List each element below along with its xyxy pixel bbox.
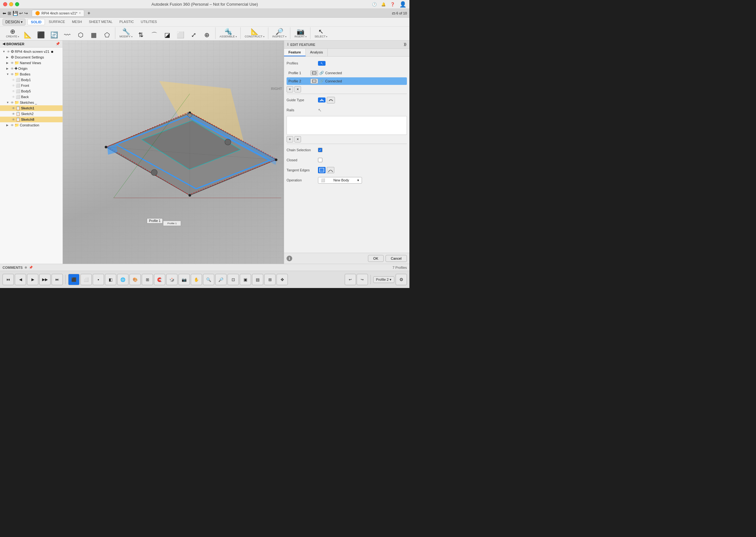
new-tab-button[interactable]: + — [87, 10, 90, 16]
minimize-button[interactable] — [9, 2, 13, 6]
tab-utilities[interactable]: UTILITIES — [138, 19, 160, 25]
tab-sheet-metal[interactable]: SHEET METAL — [86, 19, 116, 25]
guide-type-btn1[interactable] — [318, 98, 325, 103]
scale-button[interactable]: ⤢ — [188, 31, 200, 39]
grid-button[interactable]: ⊞ — [142, 274, 153, 285]
tree-item-named-views[interactable]: ▶ 👁 📁 Named Views — [0, 60, 62, 66]
add-rail-button[interactable]: + — [286, 136, 293, 143]
closed-checkbox[interactable] — [318, 158, 322, 162]
remove-rail-button[interactable]: × — [294, 136, 301, 143]
maximize-button[interactable] — [15, 2, 19, 6]
layout1-button[interactable]: ▣ — [240, 274, 251, 285]
grid-icon[interactable]: ⊞ — [8, 11, 11, 16]
play-button[interactable]: ▶ — [27, 274, 38, 285]
expand-comments-icon[interactable]: ⊕ — [24, 266, 27, 269]
info-button[interactable]: ℹ — [286, 256, 292, 261]
create-new-component-button[interactable]: ⊕ CREATE ▾ — [4, 27, 21, 39]
next-frame-button[interactable]: ▶▶ — [39, 274, 51, 285]
operation-dropdown[interactable]: ⬜ New Body ▾ — [318, 177, 362, 184]
tree-arrow-sketches[interactable]: ▼ — [6, 101, 10, 104]
tangent-btn2[interactable] — [327, 167, 334, 173]
layout2-button[interactable]: ▤ — [252, 274, 263, 285]
tree-item-back[interactable]: 👁 ⬜ Back — [0, 94, 62, 100]
display-settings-button[interactable]: 🎨 — [130, 274, 141, 285]
zoom-window-button[interactable]: 🔎 — [215, 274, 227, 285]
extrude-button[interactable]: ⬛ — [35, 31, 47, 39]
press-pull-button[interactable]: ⇅ — [135, 31, 147, 39]
ok-button[interactable]: OK — [368, 255, 384, 262]
tree-item-body5[interactable]: 👁 ⬜ Body5 — [0, 88, 62, 94]
fillet-button[interactable]: ⌒ — [148, 31, 161, 39]
combine-button[interactable]: ⊕ — [201, 31, 213, 39]
visibility-sketch8[interactable]: 👁 — [12, 118, 15, 121]
modify-button[interactable]: 🔧 MODIFY ▾ — [118, 27, 134, 39]
assemble-button[interactable]: 🔩 ASSEMBLE ▾ — [218, 27, 239, 39]
profiles-select-button[interactable]: ↖ — [318, 61, 325, 66]
loft-button[interactable]: ⬡ — [74, 31, 87, 39]
first-frame-button[interactable]: ⏮ — [3, 274, 14, 285]
view-environment-button[interactable]: 🌐 — [117, 274, 129, 285]
tree-arrow-named-views[interactable]: ▶ — [6, 61, 10, 64]
visibility-front[interactable]: 👁 — [12, 84, 15, 87]
add-profile-button[interactable]: + — [286, 86, 293, 93]
visibility-back[interactable]: 👁 — [12, 95, 15, 99]
settings-button[interactable]: ⚙ — [396, 274, 407, 285]
canvas-area[interactable]: Profile 1 RIGHT Profile 1 — [63, 41, 284, 264]
web-button[interactable]: ⬠ — [100, 31, 113, 39]
tree-item-sketches[interactable]: ▼ 👁 📁 Sketches _ — [0, 100, 62, 105]
browser-pin-icon[interactable]: 📌 — [56, 42, 60, 46]
tree-arrow-construction[interactable]: ▶ — [6, 124, 10, 127]
tree-arrow-root[interactable]: ▼ — [3, 50, 6, 53]
user-icon[interactable]: 👤 — [399, 1, 406, 8]
view-settings-button[interactable]: 📷 — [178, 274, 190, 285]
tab-plastic[interactable]: PLASTIC — [116, 19, 137, 25]
pin-comments-icon[interactable]: 📌 — [29, 266, 33, 269]
visibility-construction[interactable]: 👁 — [11, 124, 14, 127]
fit-window-button[interactable]: ⊡ — [227, 274, 239, 285]
visibility-sketch2[interactable]: 👁 — [12, 112, 15, 116]
tree-item-sketch2[interactable]: 👁 📋 Sketch2 — [0, 111, 62, 117]
visibility-origin[interactable]: 👁 — [11, 67, 14, 70]
timeline-undo-button[interactable]: ↩ — [345, 274, 356, 285]
chain-selection-checkbox[interactable]: ✓ — [318, 148, 322, 152]
shell-button[interactable]: ⬜ — [174, 31, 187, 39]
redo-icon[interactable]: ↪ — [24, 11, 28, 16]
tab-analysis[interactable]: Analysis — [306, 49, 328, 56]
chamfer-button[interactable]: ◪ — [161, 31, 174, 39]
visibility-sketch1[interactable]: 👁 — [12, 106, 15, 110]
tree-item-bodies[interactable]: ▼ 👁 📁 Bodies — [0, 71, 62, 77]
cancel-button[interactable]: Cancel — [386, 255, 407, 262]
tab-solid[interactable]: SOLID — [27, 19, 45, 25]
tree-item-root[interactable]: ▼ 👁 ⚙ RPi4 4inch screen v21 ⏺ — [0, 49, 62, 54]
tab-surface[interactable]: SURFACE — [46, 19, 68, 25]
visibility-body5[interactable]: 👁 — [12, 90, 15, 93]
sweep-button[interactable]: 〰 — [61, 31, 74, 39]
insert-button[interactable]: 📷 INSERT ▾ — [293, 27, 308, 39]
bell-icon[interactable]: 🔔 — [381, 2, 386, 7]
tree-item-construction[interactable]: ▶ 👁 📁 Construction — [0, 122, 62, 128]
save-icon[interactable]: 💾 — [13, 11, 18, 16]
view-solid-button[interactable]: ⬛ — [68, 274, 80, 285]
back-icon[interactable]: ⬅ — [3, 11, 6, 16]
tree-item-sketch8[interactable]: 👁 📋 Sketch8 — [0, 117, 62, 122]
design-dropdown[interactable]: DESIGN ▾ — [3, 19, 25, 25]
tree-item-doc-settings[interactable]: ▶ ⚙ Document Settings — [0, 54, 62, 60]
inspect-button[interactable]: 🔎 INSPECT ▾ — [271, 27, 288, 39]
tab-mesh[interactable]: MESH — [69, 19, 85, 25]
tree-arrow-bodies[interactable]: ▼ — [6, 73, 10, 76]
help-icon[interactable]: ❓ — [390, 2, 395, 7]
tree-item-origin[interactable]: ▶ 👁 ✚ Origin — [0, 66, 62, 71]
guide-type-btn2[interactable] — [327, 97, 335, 103]
tab-feature[interactable]: Feature — [284, 49, 306, 56]
rib-button[interactable]: ▦ — [87, 31, 100, 39]
tree-item-body1[interactable]: 👁 ⬜ Body1 — [0, 77, 62, 83]
create-sketch-button[interactable]: 📐 — [21, 31, 34, 39]
view-shadow-button[interactable]: ◧ — [105, 274, 116, 285]
tree-arrow-doc[interactable]: ▶ — [6, 56, 10, 59]
visibility-sketches[interactable]: 👁 — [11, 101, 14, 104]
visibility-root[interactable]: 👁 — [7, 50, 10, 54]
zoom-button[interactable]: 🔍 — [203, 274, 214, 285]
revolve-button[interactable]: 🔄 — [48, 31, 60, 39]
visibility-body1[interactable]: 👁 — [12, 78, 15, 82]
visibility-bodies[interactable]: 👁 — [11, 73, 14, 76]
